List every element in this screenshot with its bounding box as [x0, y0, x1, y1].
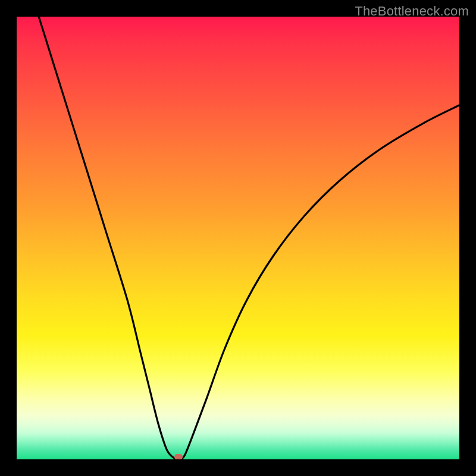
- bottleneck-curve: [39, 17, 459, 459]
- plot-area: [17, 17, 459, 459]
- minimum-marker: [174, 454, 183, 459]
- watermark-text: TheBottleneck.com: [355, 4, 469, 19]
- curve-svg: [17, 17, 459, 459]
